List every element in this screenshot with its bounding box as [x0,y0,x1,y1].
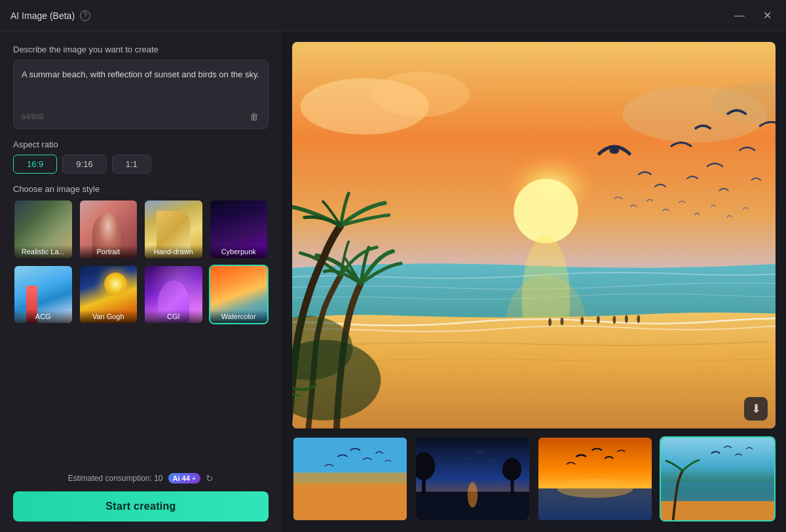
aspect-ratio-section: Aspect ratio 16:9 9:16 1:1 [13,140,269,174]
image-style-section: Choose an image style Realistic La... Po… [13,184,269,324]
style-card-cyberpunk[interactable]: Cyberpunk [209,199,269,259]
char-count: 64/800 [22,113,44,121]
svg-point-32 [557,479,633,498]
window-controls: — ✕ [730,8,776,23]
svg-rect-21 [293,482,407,520]
right-panel: ⬇ [282,31,786,532]
style-label-watercolor: Watercolor [210,310,268,323]
bottom-section: Estimated consumption: 10 Ai 44 + ↻ Star… [13,473,269,522]
style-card-vangogh[interactable]: Van Gogh [79,265,139,325]
style-card-cgi[interactable]: CGI [143,265,204,325]
prompt-section: Describe the image you want to create 64… [13,45,269,129]
titlebar: AI Image (Beta) ? — ✕ [0,0,786,31]
style-label-cyberpunk: Cyberpunk [210,245,268,258]
window-title: AI Image (Beta) [10,10,75,21]
aspect-ratio-buttons: 16:9 9:16 1:1 [13,155,269,174]
svg-rect-22 [293,472,407,485]
aspect-btn-1-1[interactable]: 1:1 [112,155,151,174]
style-label-vangogh: Van Gogh [80,310,138,323]
style-card-watercolor[interactable]: Watercolor [209,265,269,325]
thumbnail-3[interactable] [537,436,653,522]
close-button[interactable]: ✕ [759,8,776,23]
style-card-portrait[interactable]: Portrait [79,199,139,259]
prompt-label: Describe the image you want to create [13,45,269,54]
style-label-handdrawn: Hand-drawn [145,245,202,258]
style-card-acg[interactable]: ACG [13,265,73,325]
style-label-cgi: CGI [145,310,202,323]
svg-rect-19 [292,42,776,428]
thumbnails-row [292,436,776,522]
left-panel: Describe the image you want to create 64… [0,31,282,532]
main-image-area: ⬇ [292,42,776,428]
credit-count: 44 [182,474,190,482]
style-label-portrait: Portrait [80,245,138,258]
image-style-label: Choose an image style [13,184,269,194]
minimize-button[interactable]: — [730,8,749,23]
refresh-icon[interactable]: ↻ [206,473,214,484]
aspect-btn-9-16[interactable]: 9:16 [62,155,106,174]
thumbnail-2[interactable] [415,436,531,522]
help-icon[interactable]: ? [80,10,90,21]
download-button[interactable]: ⬇ [744,397,768,421]
style-label-acg: ACG [14,310,72,323]
consumption-text: Estimated consumption: 10 [68,474,163,483]
ai-plus-icon: + [192,474,196,482]
app-window: AI Image (Beta) ? — ✕ Describe the image… [0,0,786,532]
thumb-bg-4 [661,438,774,520]
svg-rect-35 [661,501,774,520]
aspect-btn-16-9[interactable]: 16:9 [13,155,57,174]
style-card-realistic[interactable]: Realistic La... [13,199,73,259]
style-label-realistic: Realistic La... [14,245,72,258]
textarea-wrapper: 64/800 🗑 [13,60,269,129]
thumb-bg-2 [416,438,529,520]
clear-button[interactable]: 🗑 [248,110,260,123]
ai-badge: Ai 44 + [168,473,201,484]
style-card-handdrawn[interactable]: Hand-drawn [143,199,204,259]
svg-point-28 [502,458,521,481]
aspect-ratio-label: Aspect ratio [13,140,269,149]
style-grid: Realistic La... Portrait Hand-dra [13,199,269,324]
thumb-bg-3 [538,438,652,520]
main-content: Describe the image you want to create 64… [0,31,786,532]
download-icon: ⬇ [751,402,761,416]
ai-label: Ai [173,474,180,482]
textarea-footer: 64/800 🗑 [22,110,260,123]
main-image-svg [292,42,776,428]
start-creating-button[interactable]: Start creating [13,491,269,522]
thumbnail-1[interactable] [292,436,408,522]
thumbnail-4[interactable] [660,436,776,522]
thumb-bg-1 [293,438,407,520]
titlebar-left: AI Image (Beta) ? [10,10,90,21]
svg-point-29 [468,482,478,508]
consumption-row: Estimated consumption: 10 Ai 44 + ↻ [13,473,269,484]
